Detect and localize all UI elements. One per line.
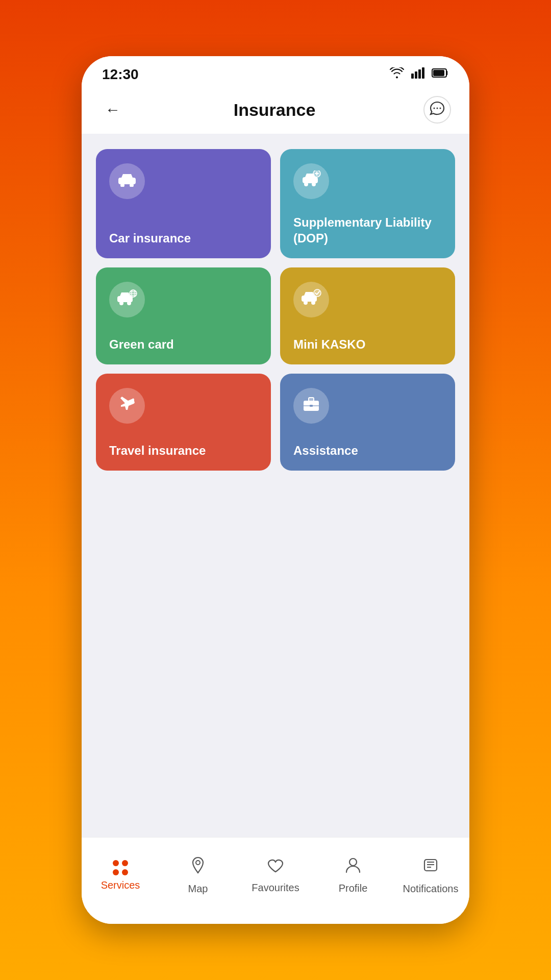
phone-shell: 12:30 bbox=[82, 56, 469, 924]
card-label-travel-insurance: Travel insurance bbox=[109, 443, 258, 458]
car-plus-icon bbox=[302, 170, 321, 192]
nav-item-profile[interactable]: Profile bbox=[314, 857, 392, 894]
svg-rect-0 bbox=[411, 74, 414, 79]
nav-label-favourites: Favourites bbox=[252, 882, 299, 894]
nav-item-notifications[interactable]: Notifications bbox=[392, 856, 469, 895]
svg-rect-2 bbox=[418, 69, 421, 79]
svg-rect-12 bbox=[120, 180, 124, 182]
card-icon-wrap-car-insurance bbox=[109, 163, 145, 199]
svg-rect-28 bbox=[302, 296, 317, 302]
back-button[interactable]: ← bbox=[100, 97, 126, 122]
card-icon-wrap-green-card bbox=[109, 282, 145, 317]
card-icon-wrap-mini-kasko bbox=[293, 282, 329, 317]
svg-rect-5 bbox=[433, 70, 444, 76]
status-bar: 12:30 bbox=[82, 56, 469, 88]
svg-point-8 bbox=[440, 107, 441, 109]
svg-point-37 bbox=[349, 859, 357, 866]
plane-icon bbox=[118, 395, 136, 417]
header: ← Insurance bbox=[82, 88, 469, 134]
svg-point-21 bbox=[119, 301, 123, 305]
profile-icon bbox=[345, 857, 361, 878]
nav-label-profile: Profile bbox=[339, 883, 368, 894]
nav-label-map: Map bbox=[188, 883, 208, 895]
card-label-car-insurance: Car insurance bbox=[109, 230, 258, 246]
svg-point-7 bbox=[437, 107, 438, 109]
chat-button[interactable] bbox=[423, 96, 451, 124]
nav-label-services: Services bbox=[101, 879, 140, 891]
content-area: Car insurance bbox=[82, 134, 469, 837]
card-icon-wrap-assistance bbox=[293, 388, 329, 424]
card-label-mini-kasko: Mini KASKO bbox=[293, 336, 442, 352]
map-icon bbox=[190, 856, 206, 879]
svg-rect-1 bbox=[415, 71, 417, 79]
svg-rect-33 bbox=[309, 398, 314, 401]
card-green-card[interactable]: Green card bbox=[96, 267, 271, 364]
svg-point-22 bbox=[127, 301, 131, 305]
status-icons bbox=[390, 67, 449, 82]
services-icon bbox=[113, 860, 128, 875]
card-label-green-card: Green card bbox=[109, 336, 258, 352]
svg-rect-35 bbox=[310, 405, 313, 407]
svg-point-30 bbox=[311, 301, 315, 305]
briefcase-icon bbox=[302, 396, 320, 416]
svg-rect-14 bbox=[303, 177, 318, 183]
car-icon bbox=[117, 172, 137, 191]
notifications-icon bbox=[423, 856, 438, 879]
back-arrow-icon: ← bbox=[105, 101, 120, 118]
car-globe-icon bbox=[117, 289, 137, 310]
card-icon-wrap-supp-liability bbox=[293, 163, 329, 199]
page-title: Insurance bbox=[234, 100, 316, 120]
chat-icon bbox=[430, 101, 445, 119]
heart-icon bbox=[267, 858, 284, 878]
svg-rect-3 bbox=[422, 67, 424, 79]
nav-item-services[interactable]: Services bbox=[82, 860, 159, 891]
card-assistance[interactable]: Assistance bbox=[280, 374, 455, 471]
svg-point-36 bbox=[196, 861, 200, 865]
svg-rect-13 bbox=[130, 180, 134, 182]
card-icon-wrap-travel-insurance bbox=[109, 388, 145, 424]
card-label-assistance: Assistance bbox=[293, 443, 442, 458]
card-supp-liability[interactable]: Supplementary Liability (DOP) bbox=[280, 149, 455, 258]
signal-icon bbox=[411, 67, 424, 82]
wifi-icon bbox=[390, 67, 404, 82]
svg-point-16 bbox=[312, 182, 316, 186]
status-time: 12:30 bbox=[102, 66, 139, 83]
battery-icon bbox=[432, 68, 449, 81]
nav-item-favourites[interactable]: Favourites bbox=[237, 858, 314, 894]
car-check-icon bbox=[301, 289, 321, 310]
svg-point-6 bbox=[434, 107, 435, 109]
svg-point-15 bbox=[304, 182, 308, 186]
cards-grid: Car insurance bbox=[96, 149, 455, 471]
card-mini-kasko[interactable]: Mini KASKO bbox=[280, 267, 455, 364]
nav-item-map[interactable]: Map bbox=[159, 856, 237, 895]
bottom-nav: Services Map Favourites bbox=[82, 837, 469, 924]
card-label-supp-liability: Supplementary Liability (DOP) bbox=[293, 214, 442, 246]
nav-label-notifications: Notifications bbox=[403, 883, 459, 895]
svg-rect-20 bbox=[117, 296, 133, 302]
card-car-insurance[interactable]: Car insurance bbox=[96, 149, 271, 258]
svg-point-29 bbox=[304, 301, 308, 305]
card-travel-insurance[interactable]: Travel insurance bbox=[96, 374, 271, 471]
